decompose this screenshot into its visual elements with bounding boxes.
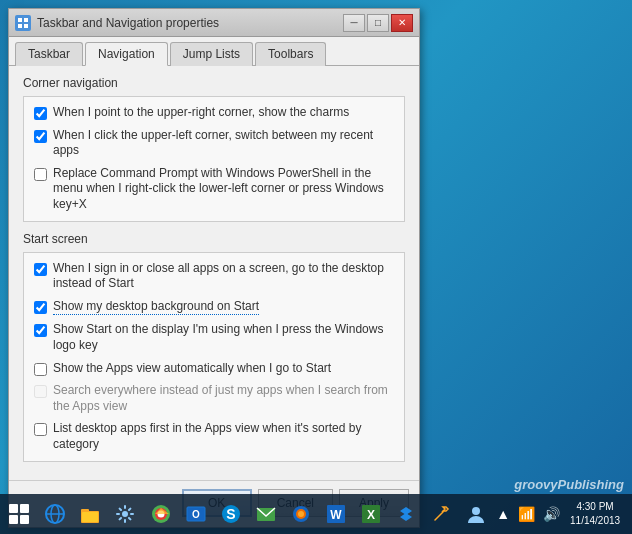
charms-label: When I point to the upper-right corner, … [53, 105, 349, 121]
desktop: groovyPublishing Taskbar and Navigation … [0, 0, 632, 534]
taskbar-excel-icon[interactable]: X [354, 497, 387, 531]
system-tray: ▲ 📶 🔊 4:30 PM 11/14/2013 [494, 500, 630, 528]
list-item: When I sign in or close all apps on a sc… [34, 261, 394, 292]
search-everywhere-label: Search everywhere instead of just my app… [53, 383, 394, 414]
taskbar-skype-icon[interactable]: S [214, 497, 247, 531]
desktop-background-checkbox[interactable] [34, 301, 47, 314]
recent-apps-label: When I click the upper-left corner, swit… [53, 128, 394, 159]
tab-toolbars[interactable]: Toolbars [255, 42, 326, 66]
svg-point-22 [298, 511, 304, 517]
list-item: When I point to the upper-right corner, … [34, 105, 394, 121]
tray-network-icon[interactable]: 📶 [516, 504, 537, 524]
tab-jump-lists[interactable]: Jump Lists [170, 42, 253, 66]
svg-point-10 [122, 511, 128, 517]
powershell-checkbox[interactable] [34, 168, 47, 181]
go-desktop-checkbox[interactable] [34, 263, 47, 276]
apps-view-label: Show the Apps view automatically when I … [53, 361, 331, 377]
corner-navigation-label: Corner navigation [23, 76, 405, 90]
list-item: Show my desktop background on Start [34, 299, 394, 316]
clock-date: 11/14/2013 [570, 514, 620, 528]
powershell-label: Replace Command Prompt with Windows Powe… [53, 166, 394, 213]
taskbar-chrome-icon[interactable] [144, 497, 177, 531]
recent-apps-checkbox[interactable] [34, 130, 47, 143]
tab-taskbar[interactable]: Taskbar [15, 42, 83, 66]
go-desktop-label: When I sign in or close all apps on a sc… [53, 261, 394, 292]
minimize-button[interactable]: ─ [343, 14, 365, 32]
search-everywhere-checkbox[interactable] [34, 385, 47, 398]
svg-rect-2 [18, 24, 22, 28]
svg-rect-0 [18, 18, 22, 22]
close-button[interactable]: ✕ [391, 14, 413, 32]
corner-navigation-group: When I point to the upper-right corner, … [23, 96, 405, 222]
svg-rect-9 [82, 512, 98, 522]
svg-text:O: O [192, 509, 200, 520]
charms-checkbox[interactable] [34, 107, 47, 120]
list-desktop-apps-label: List desktop apps first in the Apps view… [53, 421, 394, 452]
system-clock[interactable]: 4:30 PM 11/14/2013 [566, 500, 624, 528]
desktop-background-label: Show my desktop background on Start [53, 299, 259, 316]
list-item: When I click the upper-left corner, swit… [34, 128, 394, 159]
apps-view-checkbox[interactable] [34, 363, 47, 376]
taskbar-ie-icon[interactable] [39, 497, 72, 531]
start-display-checkbox[interactable] [34, 324, 47, 337]
taskbar-word-icon[interactable]: W [319, 497, 352, 531]
dialog-title: Taskbar and Navigation properties [37, 16, 219, 30]
taskbar-dropbox-icon[interactable] [389, 497, 422, 531]
tray-volume-icon[interactable]: 🔊 [541, 504, 562, 524]
maximize-button[interactable]: □ [367, 14, 389, 32]
start-screen-label: Start screen [23, 232, 405, 246]
tray-chevron-icon[interactable]: ▲ [494, 504, 512, 524]
window-icon [15, 15, 31, 31]
tab-bar: Taskbar Navigation Jump Lists Toolbars [9, 37, 419, 66]
svg-text:S: S [226, 506, 235, 522]
taskbar-user-icon[interactable] [459, 497, 492, 531]
start-screen-group: When I sign in or close all apps on a sc… [23, 252, 405, 462]
taskbar-explorer-icon[interactable] [74, 497, 107, 531]
dialog-window: Taskbar and Navigation properties ─ □ ✕ … [8, 8, 420, 528]
title-bar-left: Taskbar and Navigation properties [15, 15, 219, 31]
list-item: Show the Apps view automatically when I … [34, 361, 394, 377]
watermark-text: groovyPublishing [514, 477, 624, 492]
list-item: Search everywhere instead of just my app… [34, 383, 394, 414]
svg-marker-28 [400, 513, 412, 521]
svg-point-29 [472, 507, 480, 515]
list-item: Show Start on the display I'm using when… [34, 322, 394, 353]
svg-text:W: W [330, 508, 342, 522]
taskbar-tools-icon[interactable] [424, 497, 457, 531]
svg-rect-1 [24, 18, 28, 22]
taskbar-settings-icon[interactable] [109, 497, 142, 531]
taskbar: O S W X [0, 494, 632, 534]
start-display-label: Show Start on the display I'm using when… [53, 322, 394, 353]
windows-logo-icon [9, 504, 29, 524]
tab-navigation[interactable]: Navigation [85, 42, 168, 66]
taskbar-mail-icon[interactable] [249, 497, 282, 531]
dialog-content: Corner navigation When I point to the up… [9, 66, 419, 480]
taskbar-firefox-icon[interactable] [284, 497, 317, 531]
svg-rect-3 [24, 24, 28, 28]
list-item: Replace Command Prompt with Windows Powe… [34, 166, 394, 213]
svg-text:X: X [367, 508, 375, 522]
list-desktop-apps-checkbox[interactable] [34, 423, 47, 436]
window-controls: ─ □ ✕ [343, 14, 413, 32]
list-item: List desktop apps first in the Apps view… [34, 421, 394, 452]
title-bar: Taskbar and Navigation properties ─ □ ✕ [9, 9, 419, 37]
clock-time: 4:30 PM [570, 500, 620, 514]
taskbar-outlook-icon[interactable]: O [179, 497, 212, 531]
start-button[interactable] [2, 496, 37, 532]
